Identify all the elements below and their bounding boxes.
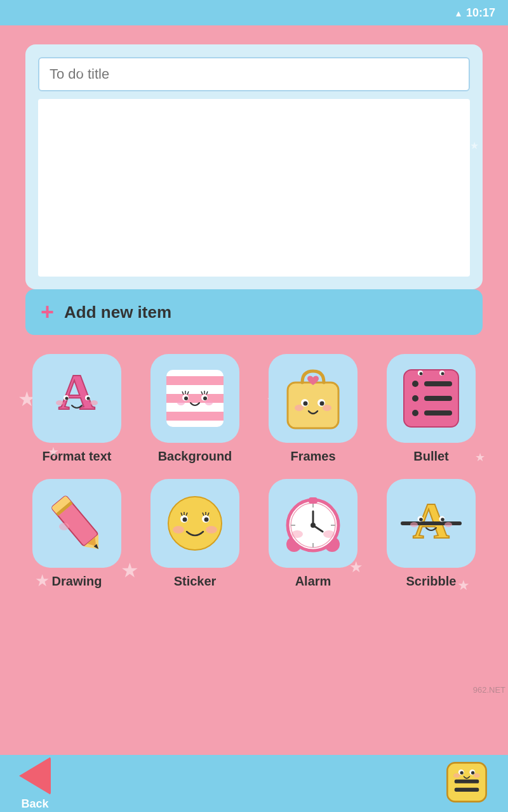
svg-text:A: A [58,364,95,420]
background-label: Background [158,449,232,464]
svg-rect-37 [424,396,452,401]
svg-point-97 [474,773,481,778]
format-text-icon-box: A [32,354,121,443]
bullet-icon [396,363,466,433]
drawing-icon-box [32,479,121,568]
back-label: Back [21,797,48,811]
sticker-label: Sticker [174,574,217,589]
frames-icon-box [269,354,358,443]
svg-rect-91 [455,788,479,792]
format-text-label: Format text [43,449,112,464]
svg-rect-8 [166,376,224,385]
svg-point-78 [323,530,335,538]
svg-point-95 [471,771,474,775]
scribble-label: Scribble [406,574,457,589]
status-time: 10:17 [466,6,495,20]
svg-point-3 [65,397,69,400]
svg-point-21 [177,400,185,405]
svg-point-64 [206,526,217,534]
back-triangle-icon [19,757,51,795]
tool-grid: A Format text [0,335,508,608]
scribble-icon-box: A [387,479,476,568]
tool-drawing[interactable]: Drawing [25,479,128,589]
content-card [25,44,483,289]
note-area[interactable] [38,99,470,277]
wifi-icon: ▴ [456,7,461,19]
watermark: 962.NET [473,685,505,695]
format-text-icon: A [42,363,112,433]
drawing-label: Drawing [52,574,102,589]
svg-rect-9 [166,394,224,403]
svg-point-35 [412,410,418,416]
svg-point-29 [295,405,304,411]
main-background: ★ ★ ★ ★ ★ ★ ★ ★ ★ ★ ★ ★ ★ ★ + Add new it… [0,25,508,755]
svg-point-14 [203,396,207,400]
bottom-bar: Back [0,755,508,812]
svg-rect-23 [288,383,338,428]
tool-format-text[interactable]: A Format text [25,354,128,464]
alarm-icon-box [269,479,358,568]
svg-point-63 [173,526,184,534]
svg-point-42 [441,372,444,376]
svg-point-96 [453,773,460,778]
svg-point-86 [410,522,418,527]
svg-point-84 [419,518,423,521]
svg-point-4 [87,397,90,400]
svg-point-6 [90,400,98,405]
svg-rect-38 [424,410,452,416]
tool-sticker[interactable]: Sticker [144,479,246,589]
svg-point-5 [56,400,64,405]
svg-point-77 [291,530,303,538]
svg-point-34 [412,395,418,402]
svg-point-56 [204,518,209,522]
tool-alarm[interactable]: Alarm [262,479,364,589]
tool-frames[interactable]: Frames [262,354,364,464]
drawing-icon [42,488,112,558]
title-input[interactable] [38,57,470,91]
svg-point-72 [311,523,316,528]
svg-point-87 [444,522,452,527]
home-notepad-icon [444,760,489,804]
alarm-label: Alarm [295,574,331,589]
svg-point-30 [323,405,331,411]
svg-point-41 [420,372,423,376]
background-icon [160,363,230,433]
scribble-icon: A [396,488,466,558]
frames-icon [278,363,348,433]
bullet-icon-box [387,354,476,443]
svg-point-85 [441,518,444,521]
status-bar: ▴ 10:17 [0,0,508,25]
svg-rect-79 [309,497,318,504]
svg-rect-10 [166,412,224,421]
svg-rect-36 [424,381,452,386]
svg-point-28 [320,402,324,406]
svg-rect-90 [455,780,479,783]
svg-point-13 [184,396,188,400]
tool-scribble[interactable]: A Scribble [380,479,483,589]
home-notepad-button[interactable] [444,760,489,807]
sticker-icon-box [150,479,239,568]
svg-point-33 [412,381,418,387]
tool-bullet[interactable]: Bullet [380,354,483,464]
tool-background[interactable]: Background [144,354,246,464]
svg-point-55 [183,518,187,522]
plus-icon: + [41,301,54,324]
bullet-label: Bullet [413,449,449,464]
alarm-icon [278,488,348,558]
background-icon-box [150,354,239,443]
svg-point-50 [59,523,69,530]
sticker-icon [160,488,230,558]
frames-label: Frames [290,449,335,464]
svg-point-94 [460,771,464,775]
add-new-item-button[interactable]: + Add new item [25,289,483,335]
svg-point-27 [304,402,308,406]
svg-point-22 [205,400,213,405]
add-item-label: Add new item [64,303,171,322]
back-button[interactable]: Back [19,757,51,811]
